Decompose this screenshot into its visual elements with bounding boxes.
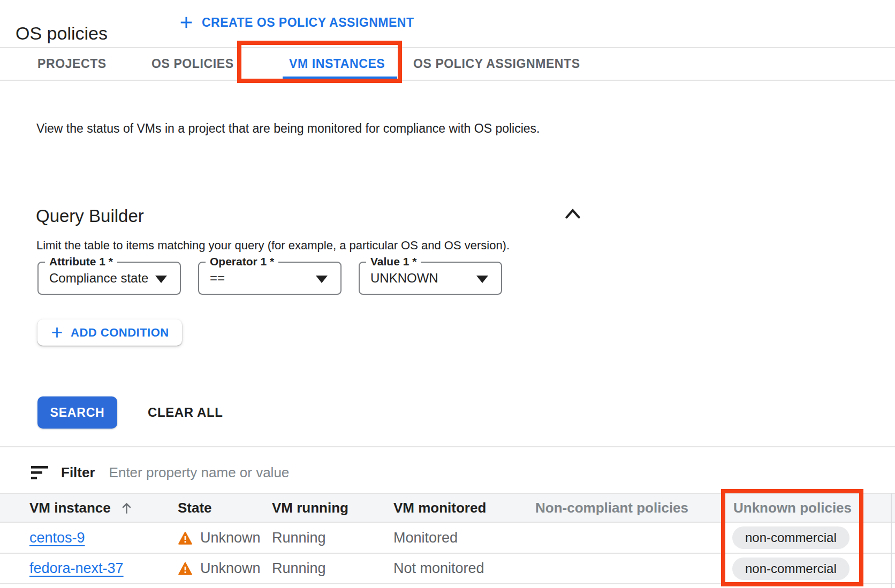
value-select[interactable]: Value 1 * UNKNOWN (359, 262, 502, 295)
state-value: Unknown (200, 560, 261, 577)
add-condition-button[interactable]: ADD CONDITION (37, 319, 182, 346)
operator-select-value: == (210, 263, 225, 294)
query-builder-title: Query Builder (36, 206, 144, 226)
tab-projects[interactable]: PROJECTS (37, 48, 107, 80)
policy-chip: non-commercial (732, 526, 850, 549)
vm-monitored-cell: Monitored (393, 530, 535, 546)
state-cell: Unknown (178, 530, 272, 546)
query-builder-collapse-button[interactable] (562, 204, 583, 224)
vm-instance-cell: fedora-next-37 (29, 560, 178, 577)
policy-chip: non-commercial (732, 558, 850, 580)
dropdown-caret-icon (476, 276, 488, 283)
plus-icon (50, 326, 64, 339)
section-divider (0, 446, 895, 447)
dropdown-caret-icon (316, 276, 328, 283)
column-header-unknown-policies: Unknown policies (721, 500, 895, 516)
operator-select[interactable]: Operator 1 * == (198, 262, 342, 295)
vm-instances-table: VM instance State VM running VM monitore… (0, 493, 895, 584)
vm-running-cell: Running (272, 560, 393, 577)
sort-ascending-icon (119, 501, 134, 515)
chevron-up-icon (563, 205, 582, 222)
attribute-select-value: Compliance state (49, 263, 148, 294)
search-button[interactable]: SEARCH (37, 396, 117, 429)
tab-os-policies[interactable]: OS POLICIES (151, 48, 234, 80)
attribute-select[interactable]: Attribute 1 * Compliance state (37, 262, 181, 295)
clear-all-button[interactable]: CLEAR ALL (145, 396, 226, 429)
create-button-label: CREATE OS POLICY ASSIGNMENT (202, 16, 414, 30)
active-tab-underline (283, 77, 397, 80)
create-os-policy-assignment-button[interactable]: CREATE OS POLICY ASSIGNMENT (176, 11, 417, 34)
column-header-vm-instance[interactable]: VM instance (29, 500, 178, 516)
vm-instance-link[interactable]: fedora-next-37 (29, 560, 124, 576)
warning-icon (178, 531, 193, 545)
table-row: centos-9 Unknown Running Monitored non-c… (0, 523, 895, 554)
value-select-value: UNKNOWN (370, 263, 438, 294)
column-header-state: State (178, 500, 272, 516)
table-row: fedora-next-37 Unknown Running Not monit… (0, 554, 895, 584)
dropdown-caret-icon (155, 276, 167, 283)
add-condition-label: ADD CONDITION (71, 326, 169, 340)
filter-icon (31, 466, 48, 479)
tab-os-policy-assignments[interactable]: OS POLICY ASSIGNMENTS (413, 48, 580, 80)
unknown-policies-cell: non-commercial (721, 526, 895, 549)
tab-bar: PROJECTS OS POLICIES VM INSTANCES OS POL… (0, 47, 895, 81)
state-value: Unknown (200, 530, 261, 546)
page-description: View the status of VMs in a project that… (36, 116, 572, 141)
vm-instance-link[interactable]: centos-9 (29, 530, 85, 546)
plus-icon (179, 15, 194, 30)
app-header: OS policies CREATE OS POLICY ASSIGNMENT (0, 0, 895, 47)
query-builder-hint: Limit the table to items matching your q… (36, 239, 510, 253)
column-header-vm-running: VM running (272, 500, 393, 516)
vm-instance-cell: centos-9 (29, 530, 178, 546)
table-header-row: VM instance State VM running VM monitore… (0, 493, 895, 523)
filter-bar: Filter (31, 456, 568, 489)
page-title: OS policies (16, 23, 108, 44)
state-cell: Unknown (178, 560, 272, 577)
column-header-vm-monitored: VM monitored (393, 500, 535, 516)
vm-running-cell: Running (272, 530, 393, 546)
table-right-edge (891, 493, 892, 588)
warning-icon (178, 562, 193, 575)
vm-monitored-cell: Not monitored (393, 560, 535, 577)
tab-vm-instances[interactable]: VM INSTANCES (289, 48, 385, 80)
column-header-non-compliant-policies: Non-compliant policies (535, 500, 721, 516)
filter-input[interactable] (108, 464, 568, 482)
filter-label: Filter (61, 464, 95, 481)
unknown-policies-cell: non-commercial (721, 558, 895, 580)
